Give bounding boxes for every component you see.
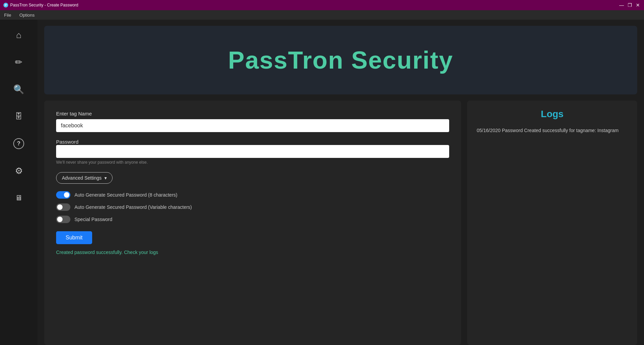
password-section: Password We'll never share your password… — [56, 139, 449, 165]
menu-options[interactable]: Options — [18, 12, 36, 18]
toggle-variable-switch[interactable] — [56, 203, 70, 211]
toggle-variable-label: Auto Generate Secured Password (Variable… — [74, 204, 192, 210]
password-label: Password — [56, 139, 79, 145]
success-message[interactable]: Created password successfully. Check you… — [56, 250, 449, 255]
log-entry: 05/16/2020 Password Created successfully… — [477, 127, 628, 134]
advanced-settings-button[interactable]: Advanced Settings ▾ — [56, 172, 113, 184]
toggle-row-special: Special Password — [56, 216, 449, 223]
sidebar-item-search[interactable]: 🔍 — [9, 81, 29, 98]
toggle-special-label: Special Password — [74, 217, 112, 222]
close-button[interactable]: ✕ — [635, 2, 641, 8]
toggle-8char-label: Auto Generate Secured Password (8 charac… — [74, 192, 177, 198]
database-icon: 🗄 — [15, 112, 22, 121]
window-controls: — ❐ ✕ — [619, 2, 641, 8]
menu-bar: File Options — [0, 10, 644, 20]
advanced-settings-label: Advanced Settings — [62, 175, 102, 181]
menu-file[interactable]: File — [3, 12, 13, 18]
logs-title: Logs — [477, 109, 628, 120]
title-bar: P PassTron Security - Create Password — … — [0, 0, 644, 10]
sidebar: ⌂ ✏ 🔍 🗄 ? ⚙ 🖥 — [0, 20, 37, 345]
display-icon: 🖥 — [15, 194, 22, 202]
edit-icon: ✏ — [15, 57, 22, 68]
tag-name-label: Enter tag Name — [56, 111, 449, 116]
app-icon: P — [3, 3, 8, 7]
minimize-button[interactable]: — — [619, 2, 624, 8]
sidebar-item-edit[interactable]: ✏ — [9, 54, 29, 71]
gear-icon: ⚙ — [15, 166, 23, 176]
title-bar-left: P PassTron Security - Create Password — [3, 3, 78, 7]
toggle-8char-switch[interactable] — [56, 191, 70, 199]
sidebar-item-home[interactable]: ⌂ — [9, 26, 29, 43]
submit-button[interactable]: Submit — [56, 231, 92, 244]
logs-panel: Logs 05/16/2020 Password Created success… — [467, 101, 637, 345]
password-hint: We'll never share your password with any… — [56, 160, 449, 165]
form-panel: Enter tag Name Password We'll never shar… — [44, 101, 461, 345]
app-title: PassTron Security — [44, 46, 637, 74]
app-body: ⌂ ✏ 🔍 🗄 ? ⚙ 🖥 PassTron Security — [0, 20, 644, 345]
help-icon: ? — [13, 138, 24, 149]
sidebar-item-help[interactable]: ? — [9, 135, 29, 152]
toggle-special-switch[interactable] — [56, 216, 70, 223]
toggle-group: Auto Generate Secured Password (8 charac… — [56, 191, 449, 223]
hero-banner: PassTron Security — [44, 26, 637, 94]
restore-button[interactable]: ❐ — [627, 2, 632, 8]
toggle-row-variable: Auto Generate Secured Password (Variable… — [56, 203, 449, 211]
content-area: PassTron Security Enter tag Name Passwor… — [37, 20, 644, 345]
window-title: PassTron Security - Create Password — [10, 3, 78, 7]
password-input[interactable] — [56, 145, 449, 158]
home-icon: ⌂ — [16, 30, 21, 40]
toggle-row-8char: Auto Generate Secured Password (8 charac… — [56, 191, 449, 199]
sidebar-item-database[interactable]: 🗄 — [9, 108, 29, 125]
sidebar-item-settings[interactable]: ⚙ — [9, 162, 29, 179]
search-icon: 🔍 — [13, 84, 24, 95]
panels: Enter tag Name Password We'll never shar… — [44, 101, 637, 345]
tag-name-input[interactable] — [56, 119, 449, 132]
sidebar-item-display[interactable]: 🖥 — [9, 189, 29, 206]
chevron-down-icon: ▾ — [104, 175, 107, 181]
